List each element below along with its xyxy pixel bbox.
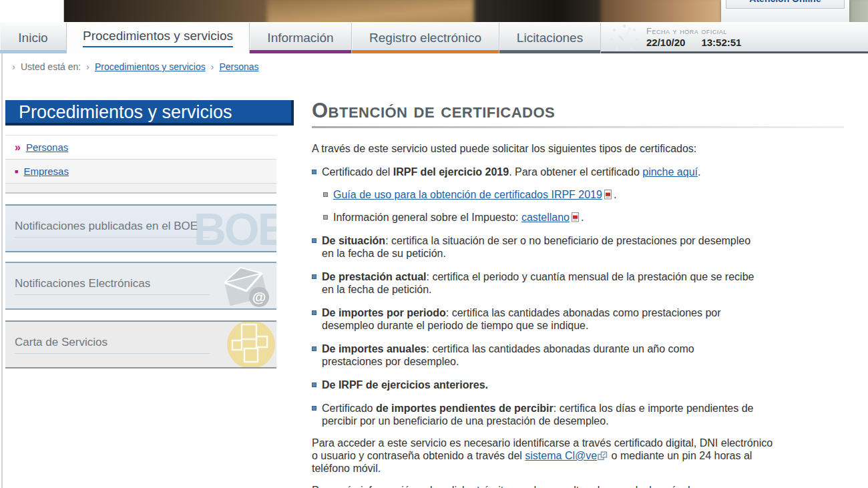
content-link[interactable]: Guía de uso para la obtención de certifi…	[333, 189, 602, 200]
official-datetime: Fecha y hora oficial 22/10/20 13:52:51	[601, 23, 868, 53]
external-link-icon	[598, 451, 608, 461]
banner-photo-region	[53, 0, 280, 22]
tab-label: Información	[267, 31, 333, 45]
banner-photo-region	[267, 0, 487, 22]
page: Atención Online Inicio Procedimientos y …	[0, 0, 868, 488]
blue-square-bullet-icon	[312, 406, 316, 411]
clock-icon	[609, 23, 640, 51]
bullet-item: Certificado del IRPF del ejercicio 2019.…	[312, 166, 844, 178]
bullet-text: De importes por periodo: certifica las c…	[322, 306, 756, 332]
content-text: de importes pendientes de percibir	[376, 403, 554, 414]
header-banner-photo: Atención Online	[0, 0, 868, 22]
envelope-at-icon: @	[215, 264, 276, 310]
box-label: Carta de Servicios	[15, 336, 210, 354]
main-content: Obtención de certificados A través de es…	[312, 99, 844, 488]
content-text: Certificado	[322, 403, 376, 414]
content-text: Para más información sobre dicho trámite…	[312, 485, 719, 488]
title-rule	[312, 126, 844, 128]
bullet-item: De importes por periodo: certifica las c…	[312, 306, 844, 332]
sidebar-item-empresas[interactable]: ■ Empresas	[5, 160, 276, 184]
content-text: De IRPF de ejercicios anteriores.	[322, 379, 488, 391]
bullet-item: Guía de uso para la obtención de certifi…	[323, 188, 844, 201]
content-text: IRPF del ejercicio 2019	[393, 166, 509, 178]
bullet-item: De IRPF de ejercicios anteriores.	[312, 379, 844, 391]
bullet-text: De importes anuales: certifica las canti…	[322, 342, 756, 368]
box-label: Notificaciones Electrónicas	[15, 277, 210, 295]
content-text: : certifica la situación de ser o no ben…	[322, 235, 750, 259]
atencion-online-button[interactable]: Atención Online	[726, 0, 845, 9]
bullet-item: De prestación actual: certifica el perio…	[312, 270, 844, 296]
blue-square-bullet-icon	[312, 274, 316, 279]
content-text: De importes por periodo	[322, 307, 446, 318]
content-text: .	[698, 166, 700, 178]
content-text: De importes anuales	[322, 343, 427, 354]
bullet-text: De IRPF de ejercicios anteriores.	[322, 379, 488, 391]
bullet-text: Guía de uso para la obtención de certifi…	[333, 188, 616, 201]
content-text: De situación	[322, 235, 385, 246]
blue-square-bullet-icon	[312, 170, 316, 174]
tab-licitaciones[interactable]: Licitaciones	[499, 23, 601, 53]
svg-text:@: @	[252, 289, 266, 304]
banner-left-panel	[0, 0, 64, 22]
pdf-icon	[603, 190, 613, 200]
bullet-text: Certificado de importes pendientes de pe…	[322, 402, 756, 427]
bullet-text: De situación: certifica la situación de …	[322, 234, 756, 260]
breadcrumb-link-personas[interactable]: Personas	[219, 61, 258, 72]
sidebar-box-notificaciones-boe[interactable]: Notificaciones publicadas en el BOE BOE	[5, 204, 276, 252]
blue-square-bullet-icon	[312, 346, 316, 351]
tab-label: Inicio	[18, 31, 47, 45]
content-link[interactable]: castellano	[521, 212, 570, 223]
sidebar-title: Procedimientos y servicios	[5, 100, 294, 126]
banner-photo-region	[474, 0, 614, 22]
tab-label: Registro electrónico	[369, 31, 481, 45]
breadcrumb-arrow-icon: ›	[12, 61, 15, 72]
tab-label: Licitaciones	[517, 31, 583, 45]
sidebar: Procedimientos y servicios » Personas ■ …	[5, 100, 294, 369]
content-text: .	[614, 189, 616, 200]
tab-informacion[interactable]: Información	[250, 23, 352, 53]
gray-square-bullet-icon	[323, 192, 328, 197]
bullet-item: De importes anuales: certifica las canti…	[312, 342, 844, 368]
box-label: Notificaciones publicadas en el BOE	[15, 220, 210, 238]
breadcrumb: › Usted está en: › Procedimientos y serv…	[0, 53, 868, 76]
content-link[interactable]: pinche aquí	[642, 166, 698, 178]
sidebar-item-personas[interactable]: » Personas	[5, 136, 276, 160]
sidebar-link-empresas[interactable]: Empresas	[23, 166, 69, 177]
atencion-online-panel: Atención Online	[721, 0, 849, 22]
official-date: 22/10/20	[646, 37, 685, 48]
datetime-label: Fecha y hora oficial	[646, 27, 741, 35]
bullet-item: De situación: certifica la situación de …	[312, 234, 844, 260]
breadcrumb-prefix: Usted está en:	[21, 61, 81, 72]
pdf-icon	[570, 212, 580, 222]
tab-procedimientos-y-servicios[interactable]: Procedimientos y servicios	[67, 23, 250, 53]
sidebar-box-carta-de-servicios[interactable]: Carta de Servicios	[5, 320, 276, 369]
breadcrumb-link-procedimientos[interactable]: Procedimientos y servicios	[95, 61, 206, 72]
sidebar-box-notificaciones-electronicas[interactable]: Notificaciones Electrónicas @	[5, 262, 276, 310]
page-left-border	[1, 53, 3, 488]
sidebar-menu-footer	[5, 184, 276, 194]
bullet-text: Certificado del IRPF del ejercicio 2019.…	[322, 166, 700, 178]
blue-square-bullet-icon	[312, 310, 316, 315]
sidebar-link-personas[interactable]: Personas	[26, 142, 68, 153]
content-link[interactable]: sistema Cl@ve	[525, 450, 597, 461]
sidebar-menu: » Personas ■ Empresas	[5, 135, 276, 194]
breadcrumb-arrow-icon: ›	[211, 61, 214, 72]
official-time: 13:52:51	[701, 37, 741, 48]
services-grid-icon	[219, 320, 276, 369]
paragraph: Para acceder a este servicio es necesari…	[312, 437, 779, 475]
gray-square-bullet-icon	[323, 215, 328, 220]
content-text: . Para obtener el certificado	[509, 166, 642, 178]
double-chevron-icon: »	[15, 142, 21, 154]
tab-registro-electronico[interactable]: Registro electrónico	[352, 23, 499, 53]
banner-photo-region	[601, 0, 734, 22]
certificates-list: Certificado del IRPF del ejercicio 2019.…	[312, 166, 844, 427]
content-text: Certificado del	[322, 166, 393, 178]
tab-inicio[interactable]: Inicio	[0, 23, 67, 53]
content-text: De prestación actual	[322, 271, 427, 282]
content-text: .	[581, 212, 584, 223]
page-title: Obtención de certificados	[312, 99, 844, 123]
bullet-item: Certificado de importes pendientes de pe…	[312, 402, 844, 427]
bullet-item: Información general sobre el Impuesto: c…	[323, 211, 844, 224]
breadcrumb-arrow-icon: ›	[86, 61, 89, 72]
intro-paragraph: A través de este servicio usted puede so…	[312, 143, 844, 155]
